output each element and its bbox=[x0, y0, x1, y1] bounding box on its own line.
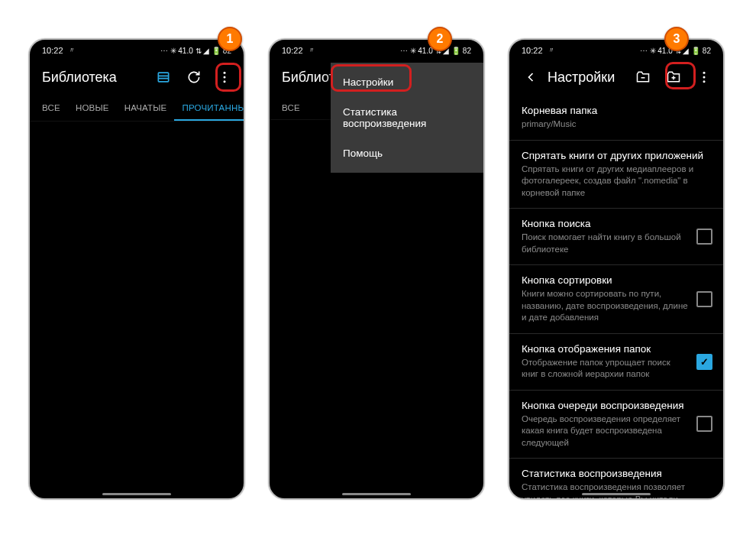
svg-point-11 bbox=[703, 80, 706, 83]
setting-folder-button[interactable]: Кнопка отображения папок Отображение пап… bbox=[509, 333, 723, 390]
back-icon[interactable] bbox=[519, 70, 543, 85]
menu-item-stats[interactable]: Статистика воспроизведения bbox=[331, 97, 483, 138]
tab-finished[interactable]: ПРОЧИТАННЫЕ bbox=[174, 96, 245, 121]
status-alt-icon: 〃 bbox=[548, 45, 555, 56]
svg-point-3 bbox=[224, 72, 226, 74]
setting-queue-button[interactable]: Кнопка очереди воспроизведения Очередь в… bbox=[509, 390, 723, 459]
svg-point-9 bbox=[703, 72, 706, 74]
setting-subtitle: Поиск помогает найти книгу в большой биб… bbox=[522, 232, 689, 255]
status-bar: 10:22〃 ⋯ ✳ 41.0 ⇅ ◢ 🔋 82 bbox=[509, 40, 723, 59]
checkbox-icon[interactable] bbox=[696, 229, 712, 245]
tab-all[interactable]: ВСЕ bbox=[34, 96, 68, 121]
status-bar: 10:22〃 ⋯ ✳ 41.0 ⇅ ◢ 🔋 82 bbox=[30, 40, 244, 59]
status-time: 10:22 bbox=[522, 46, 543, 55]
svg-point-10 bbox=[703, 76, 706, 79]
tab-new[interactable]: НОВЫЕ bbox=[68, 96, 117, 121]
setting-title: Статистика воспроизведения bbox=[522, 468, 689, 479]
tab-all[interactable]: ВСЕ bbox=[274, 96, 308, 119]
remove-folder-icon[interactable] bbox=[630, 64, 656, 90]
svg-point-5 bbox=[224, 80, 226, 83]
phone-screen-3: 10:22〃 ⋯ ✳ 41.0 ⇅ ◢ 🔋 82 Настройки Корне… bbox=[508, 38, 725, 500]
add-folder-icon[interactable] bbox=[661, 64, 687, 90]
setting-title: Кнопка очереди воспроизведения bbox=[522, 400, 689, 411]
step-badge-1: 1 bbox=[218, 27, 242, 51]
status-alt-icon: 〃 bbox=[308, 45, 315, 56]
app-bar: Библиотека bbox=[30, 59, 244, 96]
phone-screen-1: 10:22〃 ⋯ ✳ 41.0 ⇅ ◢ 🔋 82 Библиотека ВСЕ … bbox=[28, 38, 245, 500]
phone-screen-2: 10:22〃 ⋯ ✳ 41.0 ⇅ ◢ 🔋 82 Библиоте ВСЕ На… bbox=[268, 38, 485, 500]
setting-title: Спрятать книги от других приложений bbox=[522, 150, 712, 161]
checkbox-icon[interactable]: ✓ bbox=[696, 354, 712, 370]
more-menu-icon[interactable] bbox=[691, 64, 717, 90]
svg-point-4 bbox=[224, 76, 226, 79]
checkbox-icon[interactable] bbox=[696, 291, 712, 307]
step-badge-2: 2 bbox=[428, 27, 452, 51]
status-alt-icon: 〃 bbox=[68, 45, 76, 56]
settings-list: Корневая папка primary/Music Спрятать кн… bbox=[509, 96, 723, 500]
home-indicator bbox=[582, 493, 651, 495]
setting-subtitle: Спрятать книги от других медиаплееров и … bbox=[522, 164, 712, 199]
refresh-icon[interactable] bbox=[181, 64, 207, 90]
menu-item-settings[interactable]: Настройки bbox=[331, 67, 483, 97]
setting-subtitle: primary/Music bbox=[522, 118, 712, 131]
setting-hide-books[interactable]: Спрятать книги от других приложений Спря… bbox=[509, 140, 723, 209]
status-time: 10:22 bbox=[42, 46, 63, 55]
overflow-menu: Настройки Статистика воспроизведения Пом… bbox=[331, 63, 483, 173]
setting-search-button[interactable]: Кнопка поиска Поиск помогает найти книгу… bbox=[509, 208, 723, 264]
setting-subtitle: Статистика воспроизведения позволяет уви… bbox=[522, 481, 689, 500]
home-indicator bbox=[102, 493, 171, 495]
tab-started[interactable]: НАЧАТЫЕ bbox=[117, 96, 175, 121]
setting-subtitle: Книги можно сортировать по пути, названи… bbox=[522, 288, 689, 324]
setting-title: Кнопка отображения папок bbox=[522, 343, 689, 355]
status-time: 10:22 bbox=[282, 46, 303, 55]
app-bar: Настройки bbox=[509, 59, 723, 96]
setting-title: Кнопка поиска bbox=[522, 218, 689, 229]
setting-root-folder[interactable]: Корневая папка primary/Music bbox=[509, 96, 723, 140]
menu-item-help[interactable]: Помощь bbox=[331, 138, 483, 168]
more-menu-icon[interactable] bbox=[212, 64, 237, 90]
setting-subtitle: Очередь воспроизведения определяет какая… bbox=[522, 413, 689, 449]
setting-subtitle: Отображение папок упрощает поиск книг в … bbox=[522, 357, 689, 381]
checkbox-icon[interactable] bbox=[696, 416, 712, 432]
view-mode-icon[interactable] bbox=[150, 64, 176, 90]
tab-bar: ВСЕ НОВЫЕ НАЧАТЫЕ ПРОЧИТАННЫЕ bbox=[30, 96, 244, 122]
setting-sort-button[interactable]: Кнопка сортировки Книги можно сортироват… bbox=[509, 264, 723, 333]
setting-title: Кнопка сортировки bbox=[522, 274, 689, 286]
svg-rect-0 bbox=[158, 73, 168, 82]
page-title: Настройки bbox=[548, 70, 625, 86]
setting-title: Корневая папка bbox=[522, 105, 712, 116]
step-badge-3: 3 bbox=[664, 27, 689, 51]
home-indicator bbox=[342, 493, 411, 495]
page-title: Библиотека bbox=[42, 70, 146, 86]
